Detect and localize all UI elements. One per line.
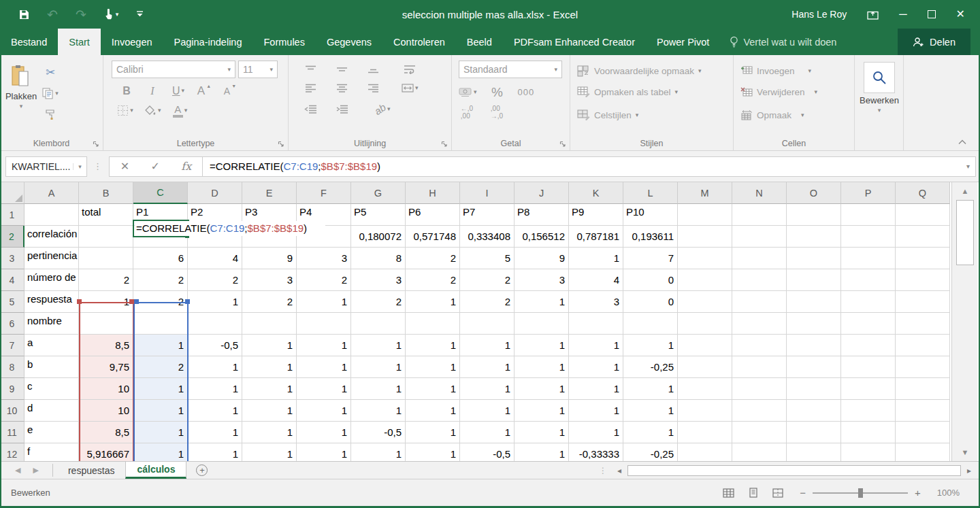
name-box[interactable]: KWARTIEL.... ▾ (5, 156, 87, 177)
cell-B2[interactable] (79, 226, 133, 248)
cell-F9[interactable]: 1 (297, 378, 351, 400)
cell-Q7[interactable] (896, 335, 950, 356)
format-painter-button[interactable] (42, 107, 59, 122)
orientation-button[interactable]: ab▾ (374, 102, 391, 117)
cell-F2[interactable] (297, 226, 351, 248)
cell-Q4[interactable] (896, 269, 950, 291)
cell-K5[interactable]: 3 (569, 291, 623, 313)
paste-button[interactable]: Plakken ▾ (0, 59, 42, 122)
cell-Q8[interactable] (896, 356, 950, 378)
cell-M9[interactable] (678, 378, 732, 400)
vertical-scrollbar[interactable]: ▲ ▼ (951, 182, 977, 461)
cell-I5[interactable]: 2 (460, 291, 514, 313)
cell-B9[interactable]: 10 (79, 378, 133, 400)
ribbon-tab-pdfsam-enhanced-creator[interactable]: PDFsam Enhanced Creator (503, 29, 646, 55)
cell-E3[interactable]: 9 (242, 248, 297, 269)
number-dialog-launcher[interactable] (559, 141, 566, 148)
align-top-button[interactable] (302, 62, 318, 77)
formula-bar-resizer[interactable]: ⋮ (87, 161, 109, 171)
cell-O7[interactable] (787, 335, 841, 356)
cell-F4[interactable]: 2 (297, 269, 351, 291)
column-header-M[interactable]: M (678, 182, 732, 204)
column-header-B[interactable]: B (79, 182, 133, 204)
minimize-button[interactable]: ─ (899, 9, 906, 20)
cell-O4[interactable] (787, 269, 841, 291)
cell-I1[interactable]: P7 (460, 204, 514, 226)
vscroll-thumb[interactable] (956, 200, 974, 265)
ribbon-tab-controleren[interactable]: Controleren (382, 29, 456, 55)
cell-K3[interactable]: 1 (569, 248, 623, 269)
cell-G7[interactable]: 1 (351, 335, 406, 356)
collapse-ribbon-button[interactable] (958, 139, 966, 145)
cell-P1[interactable] (841, 204, 896, 226)
ribbon-tab-start[interactable]: Start (58, 29, 101, 55)
cell-L2[interactable]: 0,193611 (623, 226, 678, 248)
cell-N10[interactable] (732, 400, 787, 422)
cell-N11[interactable] (732, 422, 787, 443)
cell-J8[interactable]: 1 (514, 356, 569, 378)
cell-B12[interactable]: 5,916667 (79, 443, 133, 461)
cell-P8[interactable] (841, 356, 896, 378)
font-color-button[interactable]: A ▾ (172, 103, 189, 118)
cell-H11[interactable]: 1 (406, 422, 460, 443)
ribbon-tab-gegevens[interactable]: Gegevens (316, 29, 382, 55)
cell-C4[interactable]: 2 (133, 269, 188, 291)
cell-N2[interactable] (732, 226, 787, 248)
cell-G5[interactable]: 2 (351, 291, 406, 313)
cell-A5[interactable]: respuesta (24, 291, 79, 313)
cell-Q11[interactable] (896, 422, 950, 443)
cell-K8[interactable]: 1 (569, 356, 623, 378)
decrease-indent-button[interactable] (302, 102, 318, 117)
cell-F7[interactable]: 1 (297, 335, 351, 356)
cell-M4[interactable] (678, 269, 732, 291)
sheet-nav-left[interactable]: ◀ (15, 466, 20, 475)
cell-H8[interactable]: 1 (406, 356, 460, 378)
cell-K7[interactable]: 1 (569, 335, 623, 356)
cell-A2[interactable]: correlación (24, 226, 79, 248)
cell-I8[interactable]: 1 (460, 356, 514, 378)
cell-O8[interactable] (787, 356, 841, 378)
cell-P6[interactable] (841, 313, 896, 335)
cell-N6[interactable] (732, 313, 787, 335)
cell-I10[interactable]: 1 (460, 400, 514, 422)
cell-J11[interactable]: 1 (514, 422, 569, 443)
cell-L9[interactable]: 1 (623, 378, 678, 400)
cell-Q6[interactable] (896, 313, 950, 335)
cell-D10[interactable]: 1 (188, 400, 242, 422)
row-header-12[interactable]: 12 (0, 443, 24, 461)
cell-J3[interactable]: 9 (514, 248, 569, 269)
undo-button[interactable]: ↶ (47, 8, 58, 21)
cell-Q2[interactable] (896, 226, 950, 248)
ribbon-tab-invoegen[interactable]: Invoegen (101, 29, 163, 55)
zoom-out-button[interactable]: − (800, 487, 806, 498)
cell-L3[interactable]: 7 (623, 248, 678, 269)
merge-center-button[interactable]: ▾ (402, 81, 419, 96)
cell-G8[interactable]: 1 (351, 356, 406, 378)
cell-M10[interactable] (678, 400, 732, 422)
cell-J5[interactable]: 1 (514, 291, 569, 313)
cell-A9[interactable]: c (24, 378, 79, 400)
row-header-7[interactable]: 7 (0, 335, 24, 356)
cell-N7[interactable] (732, 335, 787, 356)
font-name-combo[interactable]: Calibri▾ (112, 61, 235, 78)
cell-O6[interactable] (787, 313, 841, 335)
copy-button[interactable]: ▾ (42, 86, 59, 101)
cell-P12[interactable] (841, 443, 896, 461)
cell-O12[interactable] (787, 443, 841, 461)
cell-K2[interactable]: 0,787181 (569, 226, 623, 248)
cell-F8[interactable]: 1 (297, 356, 351, 378)
cell-M8[interactable] (678, 356, 732, 378)
align-bottom-button[interactable] (365, 62, 381, 77)
tell-me-box[interactable]: Vertel wat u wilt doen (720, 29, 846, 55)
row-header-8[interactable]: 8 (0, 356, 24, 378)
cell-N1[interactable] (732, 204, 787, 226)
delete-cells-button[interactable]: Verwijderen▾ (734, 80, 854, 103)
save-button[interactable] (19, 10, 29, 20)
cell-D5[interactable]: 1 (188, 291, 242, 313)
cut-button[interactable]: ✂ (42, 65, 59, 80)
cell-F10[interactable]: 1 (297, 400, 351, 422)
cell-E1[interactable]: P3 (242, 204, 297, 226)
decrease-decimal-button[interactable]: ,00→,0 (489, 105, 505, 120)
formula-input[interactable]: =CORRELATIE(C7:C19;$B$7:$B$19) ▾ (203, 156, 976, 177)
column-header-K[interactable]: K (569, 182, 623, 204)
